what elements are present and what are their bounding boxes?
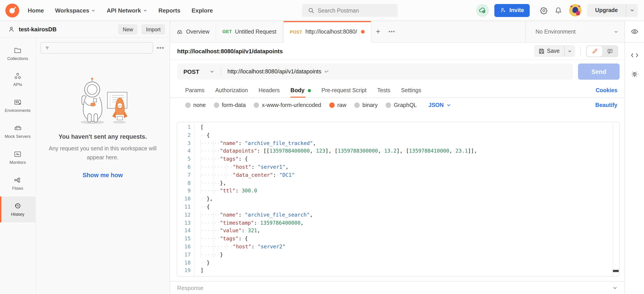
lightbulb-icon[interactable] — [631, 71, 638, 78]
cookies-link[interactable]: Cookies — [596, 87, 624, 94]
code-snippet-icon[interactable] — [631, 52, 638, 58]
postman-logo-icon[interactable] — [5, 3, 19, 17]
code-line[interactable]: 19] — [177, 267, 619, 275]
code-line[interactable]: 14······"value":·321, — [177, 227, 619, 235]
nav-home[interactable]: Home — [25, 4, 46, 16]
nav-api-network[interactable]: API Network — [104, 4, 150, 16]
code-line[interactable]: 17······} — [177, 251, 619, 259]
tab-pre-request-script[interactable]: Pre-request Script — [322, 83, 366, 98]
history-filter-input[interactable] — [40, 42, 153, 54]
comment-bubble-icon[interactable] — [602, 46, 618, 56]
tab-post-localhost[interactable]: POST http://localhost:8080/ — [283, 21, 371, 42]
line-number: 9 — [177, 187, 194, 195]
send-button[interactable]: Send — [578, 64, 620, 80]
tab-get-untitled-request[interactable]: GET Untitled Request — [216, 21, 283, 42]
search-input[interactable]: Search Postman — [302, 4, 398, 17]
tab-settings[interactable]: Settings — [401, 83, 421, 98]
add-tab-button[interactable]: + — [371, 21, 385, 42]
nav-workspaces[interactable]: Workspaces — [52, 4, 98, 16]
rail-item-history[interactable]: History — [0, 196, 35, 222]
save-button[interactable]: Save — [534, 45, 564, 57]
chevron-down-icon — [210, 69, 214, 74]
request-section-tabs: Params Authorization Headers Body Pre-re… — [170, 83, 624, 98]
more-options-icon[interactable] — [156, 46, 164, 50]
rail-item-environments[interactable]: Environments — [0, 93, 35, 118]
edit-pencil-icon[interactable] — [587, 46, 602, 56]
rail-item-apis[interactable]: APIs — [0, 67, 35, 93]
code-line[interactable]: 1[ — [177, 124, 619, 132]
environment-quick-look-eye-icon[interactable] — [625, 21, 644, 42]
code-line[interactable]: 7··········"data_center":·"DC1" — [177, 172, 619, 180]
response-section-header[interactable]: Response — [170, 281, 624, 294]
avatar[interactable] — [569, 4, 582, 16]
tab-params[interactable]: Params — [185, 83, 204, 98]
url-input[interactable]: http://localhost:8080/api/v1/datapoints — [221, 68, 322, 75]
notifications-bell-icon[interactable] — [555, 6, 562, 14]
tab-headers[interactable]: Headers — [258, 83, 280, 98]
rail-item-flows[interactable]: Flows — [0, 170, 35, 196]
code-line[interactable]: 5······"tags":·{ — [177, 155, 619, 163]
upgrade-chevron-button[interactable] — [626, 4, 638, 17]
import-button[interactable]: Import — [142, 24, 165, 34]
editor-scrollbar-thumb[interactable] — [613, 270, 619, 272]
line-number: 8 — [177, 179, 194, 187]
language-selector[interactable]: JSON — [428, 102, 451, 108]
code-line[interactable]: 12······"name":·"archive_file_search", — [177, 211, 619, 219]
tab-overview[interactable]: Overview — [170, 21, 216, 42]
code-line[interactable]: 6··········"host":·"server1", — [177, 163, 619, 172]
code-line[interactable]: 10··}, — [177, 195, 619, 203]
request-title[interactable]: http://localhost:8080/api/v1/datapoints — [177, 48, 283, 54]
url-bar: POST http://localhost:8080/api/v1/datapo… — [177, 64, 573, 80]
return-key-icon: ↵ — [324, 68, 329, 75]
body-type-graphql[interactable]: GraphQL — [386, 102, 417, 108]
code-line[interactable]: 9······"ttl":·300.0 — [177, 187, 619, 195]
method-selector[interactable]: POST — [177, 68, 221, 75]
body-type-binary[interactable]: binary — [354, 102, 378, 108]
environment-selector[interactable]: No Environment — [525, 21, 624, 42]
code-line[interactable]: 15······"tags":·{ — [177, 235, 619, 243]
empty-state-body: Any request you send in this workspace w… — [48, 144, 157, 162]
main-area: Overview GET Untitled Request POST http:… — [170, 21, 624, 294]
code-line[interactable]: 3······"name":·"archive_file_tracked", — [177, 140, 619, 148]
right-rail — [624, 21, 644, 294]
nav-explore[interactable]: Explore — [189, 4, 216, 16]
save-options-chevron[interactable] — [564, 45, 575, 57]
code-line[interactable]: 2··{ — [177, 132, 619, 140]
body-type-x-www-form-urlencoded[interactable]: x-www-form-urlencoded — [254, 102, 321, 108]
settings-gear-icon[interactable] — [540, 6, 548, 14]
code-line[interactable]: 13······"timestamp":·1359786400000, — [177, 219, 619, 227]
show-me-how-link[interactable]: Show me how — [82, 172, 123, 178]
rail-item-monitors[interactable]: Monitors — [0, 144, 35, 170]
sync-status-icon[interactable] — [476, 4, 489, 17]
line-number: 10 — [177, 195, 194, 203]
environments-box-icon — [14, 99, 22, 106]
nav-reports[interactable]: Reports — [156, 4, 183, 16]
body-type-none[interactable]: none — [185, 102, 206, 108]
code-line[interactable]: 16··········"host":·"server2" — [177, 243, 619, 251]
code-line[interactable]: 18··} — [177, 259, 619, 267]
invite-button[interactable]: Invite — [494, 4, 530, 17]
new-button[interactable]: New — [118, 24, 138, 34]
code-line[interactable]: 11··{ — [177, 203, 619, 211]
code-line[interactable]: 20 — [177, 275, 619, 276]
upgrade-button[interactable]: Upgrade — [587, 4, 626, 17]
person-add-icon — [500, 7, 506, 14]
line-number: 3 — [177, 140, 194, 148]
beautify-link[interactable]: Beautify — [595, 102, 624, 108]
tab-authorization[interactable]: Authorization — [215, 83, 248, 98]
rail-item-collections[interactable]: Collections — [0, 41, 35, 67]
body-type-form-data[interactable]: form-data — [214, 102, 246, 108]
code-line[interactable]: 8······}, — [177, 179, 619, 187]
code-editor[interactable]: 1[2··{3······"name":·"archive_file_track… — [177, 122, 620, 276]
tab-tests[interactable]: Tests — [377, 83, 390, 98]
workspace-name[interactable]: test-kairosDB — [19, 26, 56, 33]
response-expand-chevron-icon[interactable] — [612, 285, 618, 290]
search-icon — [308, 8, 314, 14]
rail-item-mock-servers[interactable]: Mock Servers — [0, 118, 35, 144]
code-line[interactable]: 4······"datapoints":·[[1359788400000,·12… — [177, 148, 619, 156]
line-number: 16 — [177, 243, 194, 251]
tab-more-options-icon[interactable] — [385, 21, 398, 42]
line-number: 18 — [177, 259, 194, 267]
body-type-raw[interactable]: raw — [329, 102, 346, 108]
tab-body[interactable]: Body — [290, 83, 311, 98]
